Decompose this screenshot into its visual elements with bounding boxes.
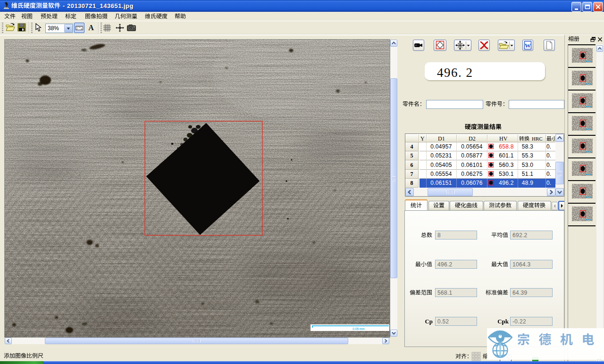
svg-text:0.05 mm: 0.05 mm: [352, 327, 364, 331]
svg-text:W: W: [525, 42, 531, 49]
